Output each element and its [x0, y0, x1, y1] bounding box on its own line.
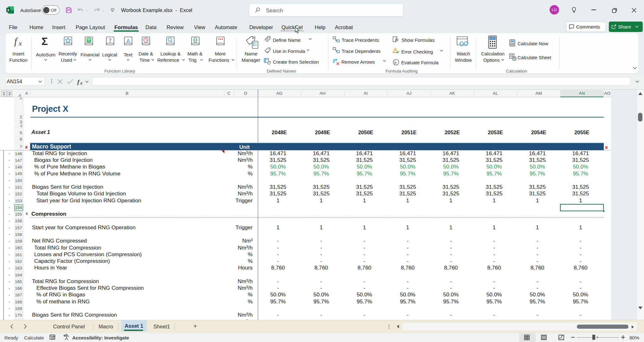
svg-text:x: x: [18, 39, 22, 47]
svg-text:Σ: Σ: [42, 36, 48, 46]
svg-text:x: x: [80, 81, 82, 86]
svg-text:fx: fx: [394, 60, 397, 64]
svg-text:?: ?: [109, 37, 112, 44]
svg-text:f: f: [77, 79, 80, 85]
svg-text:fx: fx: [395, 37, 399, 42]
svg-text:A: A: [126, 38, 130, 44]
svg-text:X: X: [7, 8, 10, 12]
svg-text:f: f: [14, 36, 18, 47]
svg-text:fx: fx: [267, 50, 269, 53]
